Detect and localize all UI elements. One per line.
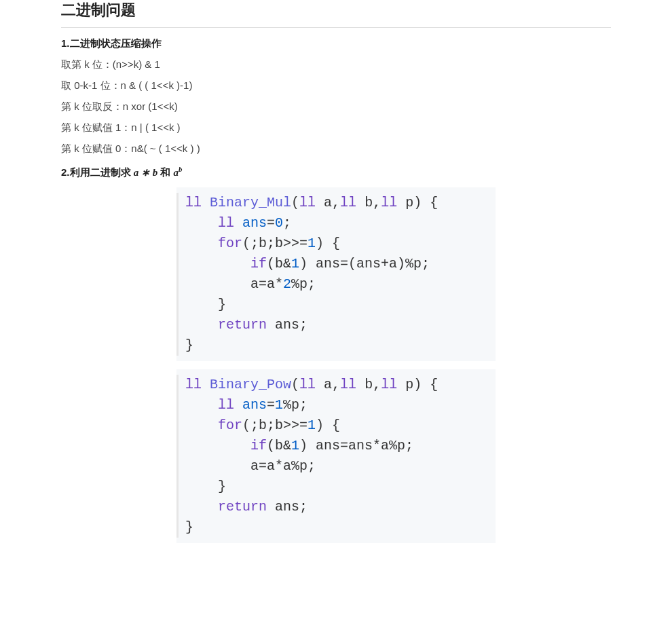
op-flip-k: 第 k 位取反：n xor (1<<k): [61, 100, 611, 113]
code-block-binary-mul: ll Binary_Mul(ll a,ll b,ll p) { ll ans=0…: [176, 187, 496, 361]
math-a-2: a: [174, 167, 179, 178]
math-star: ∗: [138, 167, 153, 178]
section-2-middle: 和: [157, 166, 173, 178]
code-line: if(b&1) ans=ans*a%p;: [176, 436, 496, 456]
code-line: }: [176, 335, 496, 356]
code-line: }: [176, 517, 496, 538]
page-title: 二进制问题: [61, 0, 611, 28]
code-line: a=a*a%p;: [176, 456, 496, 477]
math-b-sup: b: [179, 165, 182, 173]
code-line: for(;b;b>>=1) {: [176, 234, 496, 254]
op-low-bits: 取 0-k-1 位：n & ( ( 1<<k )-1): [61, 79, 611, 92]
code-line: }: [176, 477, 496, 497]
op-set-k-1: 第 k 位赋值 1：n | ( 1<<k ): [61, 122, 611, 134]
op-bit-k: 取第 k 位：(n>>k) & 1: [61, 58, 611, 71]
section-2-prefix: 2.利用二进制求: [61, 166, 134, 178]
code-line: if(b&1) ans=(ans+a)%p;: [176, 254, 496, 274]
code-line: for(;b;b>>=1) {: [176, 415, 496, 436]
code-line: return ans;: [176, 315, 496, 335]
code-line: ll ans=0;: [176, 213, 496, 234]
section-1-heading: 1.二进制状态压缩操作: [61, 37, 611, 50]
op-set-k-0: 第 k 位赋值 0：n&( ~ ( 1<<k ) ): [61, 143, 611, 155]
section-2-heading: 2.利用二进制求 a ∗ b 和 ab: [61, 165, 611, 179]
code-line: ll ans=1%p;: [176, 395, 496, 415]
code-block-binary-pow: ll Binary_Pow(ll a,ll b,ll p) { ll ans=1…: [176, 369, 496, 543]
code-line: a=a*2%p;: [176, 274, 496, 295]
code-line: return ans;: [176, 497, 496, 517]
code-line: ll Binary_Pow(ll a,ll b,ll p) {: [176, 375, 496, 395]
code-line: }: [176, 295, 496, 315]
article: 二进制问题 1.二进制状态压缩操作 取第 k 位：(n>>k) & 1 取 0-…: [0, 0, 672, 570]
code-line: ll Binary_Mul(ll a,ll b,ll p) {: [176, 193, 496, 213]
